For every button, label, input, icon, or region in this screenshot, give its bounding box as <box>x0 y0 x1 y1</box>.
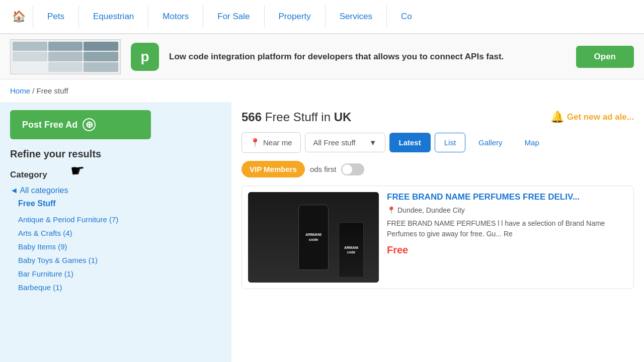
map-button[interactable]: Map <box>516 133 548 152</box>
list-item[interactable]: Barbeque (1) <box>18 283 221 292</box>
location-pin-icon: 📍 <box>387 206 395 214</box>
plus-circle-icon: ⊕ <box>83 118 96 131</box>
bell-icon: 🔔 <box>550 111 564 124</box>
main-content: 566 Free Stuff in UK 🔔 Get new ad ale...… <box>231 102 644 362</box>
nav-item-for-sale[interactable]: For Sale <box>203 6 264 28</box>
location-text: Dundee, Dundee City <box>397 206 465 214</box>
vip-bar: VIP Members ods first <box>242 161 634 177</box>
post-free-ad-button[interactable]: Post Free Ad ⊕ <box>10 110 151 139</box>
refine-label: Refine your results <box>10 148 221 160</box>
page-title: 566 Free Stuff in UK <box>242 110 351 124</box>
nav-item-property[interactable]: Property <box>265 6 326 28</box>
post-free-ad-label: Post Free Ad <box>22 120 77 130</box>
list-item[interactable]: Baby Toys & Games (1) <box>18 256 221 264</box>
breadcrumb: Home / Free stuff <box>0 79 644 102</box>
ad-banner: p Low code integration platform for deve… <box>0 34 644 79</box>
listing-price: Free <box>387 244 627 256</box>
main-layout: Post Free Ad ⊕ Refine your results Categ… <box>0 102 644 362</box>
nav-item-motors[interactable]: Motors <box>148 6 203 28</box>
category-list: Antique & Period Furniture (7) Arts & Cr… <box>10 215 221 292</box>
gallery-button[interactable]: Gallery <box>469 133 512 152</box>
ad-text: Low code integration platform for develo… <box>169 52 566 62</box>
vip-badge: VIP Members <box>242 161 305 177</box>
category-label: Category <box>10 170 221 180</box>
listing-image: ARMANIcode ARMANIcode <box>248 192 379 283</box>
listing-card: ARMANIcode ARMANIcode FREE BRAND NAME PE… <box>242 186 634 289</box>
nav-item-community[interactable]: Co <box>387 6 426 28</box>
sidebar: Post Free Ad ⊕ Refine your results Categ… <box>0 102 231 362</box>
breadcrumb-current: Free stuff <box>37 86 68 95</box>
list-item[interactable]: Arts & Crafts (4) <box>18 229 221 237</box>
content-header: 566 Free Stuff in UK 🔔 Get new ad ale... <box>242 110 634 124</box>
free-stuff-category[interactable]: Free Stuff <box>10 199 221 208</box>
nav-item-services[interactable]: Services <box>326 6 387 28</box>
bottle-label: ARMANIcode <box>305 232 321 243</box>
all-categories-link[interactable]: All categories <box>10 186 221 195</box>
ad-open-button[interactable]: Open <box>576 46 634 68</box>
nav-item-pets[interactable]: Pets <box>33 6 79 28</box>
latest-button[interactable]: Latest <box>389 133 431 152</box>
vip-toggle[interactable] <box>341 163 364 175</box>
nav-item-equestrian[interactable]: Equestrian <box>79 6 148 28</box>
listing-info: FREE BRAND NAME PERFUMES FREE DELIV... 📍… <box>387 192 627 283</box>
list-item[interactable]: Baby Items (9) <box>18 242 221 251</box>
listing-description: FREE BRAND NAME PERFUMES l l have a sele… <box>387 218 627 239</box>
pin-icon: 📍 <box>250 138 260 147</box>
vip-text: ods first <box>310 165 337 173</box>
ad-thumbnail <box>10 39 121 74</box>
list-item[interactable]: Bar Furniture (1) <box>18 269 221 278</box>
list-button[interactable]: List <box>435 133 465 152</box>
breadcrumb-separator: / <box>32 86 36 95</box>
navigation-bar: 🏠 Pets Equestrian Motors For Sale Proper… <box>0 0 644 34</box>
ad-logo: p <box>131 43 159 71</box>
category-dropdown[interactable]: All Free stuff ▼ <box>305 133 385 152</box>
breadcrumb-home[interactable]: Home <box>10 86 30 95</box>
alert-link[interactable]: 🔔 Get new ad ale... <box>550 111 634 124</box>
near-me-button[interactable]: 📍 Near me <box>242 132 301 153</box>
filter-bar: 📍 Near me All Free stuff ▼ Latest List G… <box>242 132 634 153</box>
listing-title[interactable]: FREE BRAND NAME PERFUMES FREE DELIV... <box>387 192 627 202</box>
home-nav-icon[interactable]: 🏠 <box>5 6 33 28</box>
alert-link-label: Get new ad ale... <box>567 112 634 122</box>
near-me-label: Near me <box>263 138 292 147</box>
dropdown-label: All Free stuff <box>313 138 356 147</box>
chevron-down-icon: ▼ <box>369 138 377 147</box>
list-item[interactable]: Antique & Period Furniture (7) <box>18 215 221 224</box>
listing-location: 📍 Dundee, Dundee City <box>387 206 627 214</box>
armani-bottle-visual: ARMANIcode ARMANIcode <box>248 192 379 283</box>
